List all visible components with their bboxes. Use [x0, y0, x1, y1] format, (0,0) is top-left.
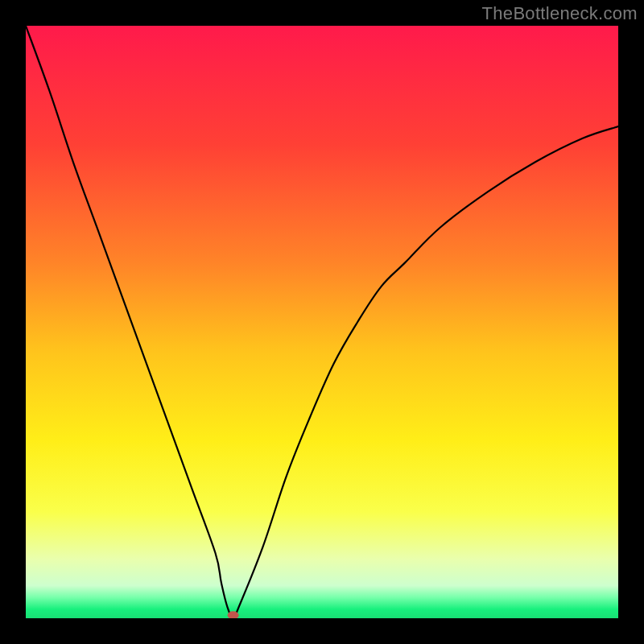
gradient-background — [26, 26, 618, 618]
chart-frame — [26, 26, 618, 618]
chart-canvas — [26, 26, 618, 618]
credit-text: TheBottleneck.com — [482, 3, 638, 24]
